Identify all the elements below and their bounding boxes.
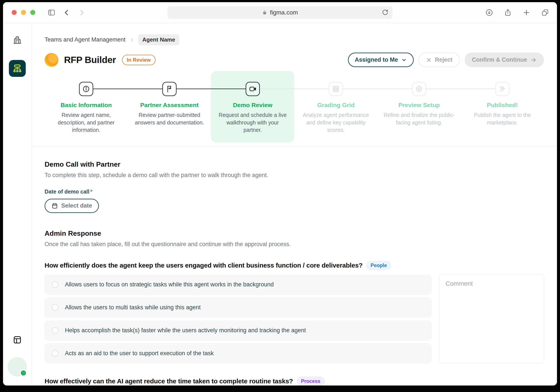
close-window-button[interactable] xyxy=(12,10,17,15)
option-acts-as-aid[interactable]: Acts as an aid to the user to support ex… xyxy=(45,343,431,363)
radio-button[interactable] xyxy=(52,327,59,334)
sidebar-item-organization[interactable] xyxy=(12,35,22,46)
arrow-right-icon xyxy=(530,57,537,63)
org-chart-icon xyxy=(12,63,22,74)
browser-toolbar: figma.com xyxy=(3,2,557,23)
breadcrumb-current: Agent Name xyxy=(138,34,180,45)
app-sidebar xyxy=(3,23,32,385)
grid-icon xyxy=(332,85,340,93)
page-title: RFP Builder xyxy=(64,55,116,65)
option-strategic-tasks[interactable]: Allows users to focus on strategic tasks… xyxy=(45,275,431,295)
question-text: How effectively can the AI agent reduce … xyxy=(45,378,293,385)
status-badge: In Review xyxy=(122,55,156,65)
step-preview-setup[interactable]: Preview Setup Refine and finalize the pu… xyxy=(378,71,461,142)
radio-button[interactable] xyxy=(52,281,59,288)
building-icon xyxy=(12,35,22,45)
breadcrumb-parent-link[interactable]: Teams and Agent Management xyxy=(45,36,126,43)
assigned-to-me-dropdown[interactable]: Assigned to Me xyxy=(348,53,414,67)
video-camera-icon xyxy=(249,85,257,93)
traffic-lights xyxy=(12,10,35,15)
url-text: figma.com xyxy=(270,9,298,16)
demo-call-section: Demo Call with Partner To complete this … xyxy=(45,161,544,213)
date-of-demo-call-label: Date of demo call* xyxy=(45,189,544,195)
reload-icon[interactable] xyxy=(381,9,389,18)
confirm-continue-button[interactable]: Confirm & Continue xyxy=(465,53,544,67)
question-engagement: How efficiently does the agent keep the … xyxy=(45,261,544,363)
back-icon[interactable] xyxy=(62,9,71,17)
tag-people: People xyxy=(367,261,391,270)
step-published[interactable]: Published! Publish the agent to the mark… xyxy=(461,71,544,142)
panel-layout-icon[interactable] xyxy=(12,335,22,345)
step-demo-review-active[interactable]: Demo Review Request and schedule a live … xyxy=(211,71,294,142)
flag-icon xyxy=(165,85,174,93)
chevron-right-icon xyxy=(129,37,135,43)
agent-avatar xyxy=(45,53,59,67)
step-grading-grid[interactable]: Grading Grid Analyze agent performance a… xyxy=(294,71,378,142)
downloads-icon[interactable] xyxy=(485,9,493,17)
option-accomplish-faster[interactable]: Helps accomplish the task(s) faster whil… xyxy=(45,321,431,341)
step-partner-assessment[interactable]: Partner Assessment Review partner-submit… xyxy=(128,71,211,142)
lock-icon xyxy=(262,10,267,15)
address-bar[interactable]: figma.com xyxy=(168,6,392,19)
tag-process: Process xyxy=(297,377,325,386)
required-marker: * xyxy=(90,189,92,195)
calendar-icon xyxy=(51,202,58,209)
tab-overview-icon[interactable] xyxy=(541,9,549,17)
main-content: Teams and Agent Management Agent Name RF… xyxy=(32,23,557,385)
question-text: How efficiently does the agent keep the … xyxy=(45,262,363,269)
share-icon[interactable] xyxy=(504,9,512,17)
user-avatar[interactable] xyxy=(8,357,27,376)
reject-button[interactable]: Reject xyxy=(419,53,460,67)
online-status-dot xyxy=(20,369,27,377)
breadcrumb: Teams and Agent Management Agent Name xyxy=(45,34,544,45)
eye-icon xyxy=(415,85,423,93)
demo-call-description: To complete this step, schedule a demo c… xyxy=(45,172,544,179)
radio-button[interactable] xyxy=(52,304,59,311)
info-icon xyxy=(82,85,90,93)
section-divider xyxy=(32,146,557,146)
sidebar-item-teams-agents-active[interactable] xyxy=(9,60,26,77)
radio-button[interactable] xyxy=(52,350,59,357)
chevron-down-icon xyxy=(401,57,407,63)
browser-window: figma.com xyxy=(3,2,557,385)
zoom-window-button[interactable] xyxy=(30,10,35,15)
new-tab-icon[interactable] xyxy=(522,9,530,17)
comment-textarea[interactable] xyxy=(439,275,544,363)
minimize-window-button[interactable] xyxy=(21,10,26,15)
x-icon xyxy=(426,57,432,63)
question-time-reduction: How effectively can the AI agent reduce … xyxy=(45,377,544,386)
demo-call-heading: Demo Call with Partner xyxy=(45,161,544,168)
admin-response-section: Admin Response Once the call has taken p… xyxy=(45,230,544,248)
select-date-button[interactable]: Select date xyxy=(45,199,99,213)
admin-response-description: Once the call has taken place, fill out … xyxy=(45,241,544,248)
admin-response-heading: Admin Response xyxy=(45,230,544,237)
sidebar-toggle-icon[interactable] xyxy=(47,9,56,17)
option-multi-tasks[interactable]: Allows the users to multi tasks while us… xyxy=(45,298,431,318)
forward-icon[interactable] xyxy=(78,9,86,17)
sparkles-icon xyxy=(498,85,507,93)
step-basic-information[interactable]: Basic Information Review agent name, des… xyxy=(45,71,128,142)
options-list: Allows users to focus on strategic tasks… xyxy=(45,275,431,363)
page-header: RFP Builder In Review Assigned to Me Rej… xyxy=(45,53,544,67)
workflow-stepper: Basic Information Review agent name, des… xyxy=(45,71,544,142)
